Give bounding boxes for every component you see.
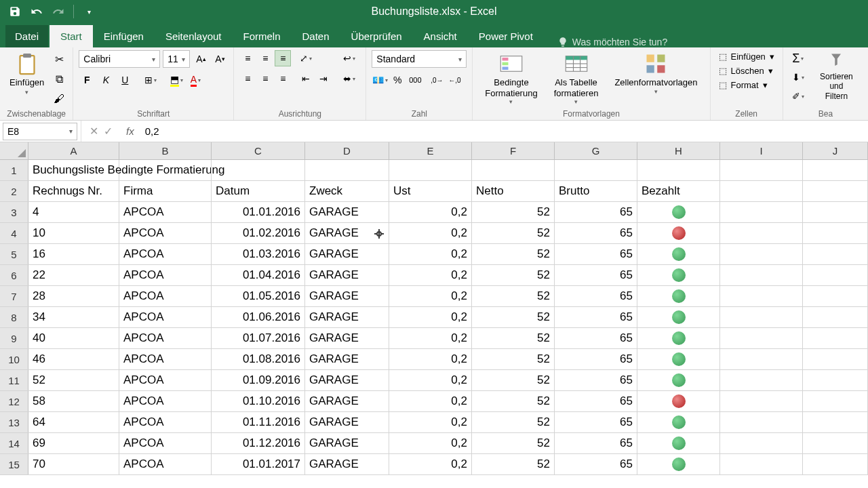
tab-insert[interactable]: Einfügen: [93, 25, 155, 47]
tab-page-layout[interactable]: Seitenlayout: [155, 25, 233, 47]
cell[interactable]: 65: [555, 307, 637, 327]
row-header[interactable]: 5: [0, 244, 28, 264]
format-painter-icon[interactable]: 🖌: [51, 91, 67, 107]
cell[interactable]: [803, 412, 868, 432]
align-left-icon[interactable]: ≡: [239, 70, 256, 87]
delete-cells-button[interactable]: ⬚Löschen ▾: [716, 64, 777, 77]
cell[interactable]: APCOA: [119, 307, 212, 327]
cell[interactable]: 52: [28, 370, 119, 390]
cell[interactable]: Ust: [389, 181, 472, 201]
cell[interactable]: Brutto: [555, 181, 637, 201]
qat-customize-icon[interactable]: ▾: [79, 2, 98, 21]
formula-input[interactable]: 0,2: [140, 125, 868, 137]
cell[interactable]: [803, 244, 868, 264]
cell[interactable]: 65: [555, 244, 637, 264]
cancel-formula-icon[interactable]: ✕: [90, 125, 98, 138]
cell[interactable]: 65: [555, 433, 637, 453]
insert-cells-button[interactable]: ⬚Einfügen ▾: [716, 50, 777, 63]
tab-powerpivot[interactable]: Power Pivot: [468, 25, 544, 47]
accept-formula-icon[interactable]: ✓: [104, 125, 113, 138]
fill-color-icon[interactable]: ⬒: [168, 72, 184, 88]
row-header[interactable]: 13: [0, 412, 28, 432]
cell[interactable]: [305, 160, 389, 180]
cell[interactable]: [720, 370, 803, 390]
cell[interactable]: 01.09.2016: [212, 370, 305, 390]
cell[interactable]: 01.06.2016: [212, 307, 305, 327]
tab-review[interactable]: Überprüfen: [340, 25, 413, 47]
cell[interactable]: 01.07.2016: [212, 328, 305, 348]
cell[interactable]: [637, 370, 720, 390]
align-bottom-icon[interactable]: ≡: [275, 50, 291, 66]
cell[interactable]: 52: [472, 370, 555, 390]
cell[interactable]: [212, 160, 305, 180]
bold-button[interactable]: F: [79, 72, 95, 88]
cell[interactable]: APCOA: [119, 412, 212, 432]
cell[interactable]: 65: [555, 349, 637, 369]
row-header[interactable]: 10: [0, 349, 28, 369]
cell[interactable]: 0,2: [389, 328, 472, 348]
cell[interactable]: 64: [28, 412, 119, 432]
row-header[interactable]: 11: [0, 370, 28, 390]
cell[interactable]: 52: [472, 223, 555, 243]
conditional-formatting-button[interactable]: Bedingte Formatierung ▾: [478, 50, 544, 108]
cell[interactable]: [720, 265, 803, 285]
cell[interactable]: APCOA: [119, 391, 212, 411]
tab-formulas[interactable]: Formeln: [233, 25, 292, 47]
cell[interactable]: [720, 391, 803, 411]
increase-font-icon[interactable]: A▴: [193, 51, 209, 67]
wrap-text-icon[interactable]: ↩: [338, 50, 360, 66]
cell[interactable]: GARAGE: [305, 244, 389, 264]
cell[interactable]: [720, 160, 803, 180]
cell[interactable]: [720, 286, 803, 306]
cell[interactable]: [637, 286, 720, 306]
cell[interactable]: 28: [28, 286, 119, 306]
row-header[interactable]: 7: [0, 286, 28, 306]
col-header-F[interactable]: F: [472, 142, 555, 159]
cell[interactable]: [720, 412, 803, 432]
cell[interactable]: 0,2: [389, 433, 472, 453]
cell[interactable]: [720, 202, 803, 222]
cell[interactable]: [637, 244, 720, 264]
cell[interactable]: [803, 307, 868, 327]
cell[interactable]: [637, 454, 720, 474]
orientation-icon[interactable]: ⤢: [298, 50, 314, 66]
redo-icon[interactable]: [49, 2, 68, 21]
row-header[interactable]: 6: [0, 265, 28, 285]
cell[interactable]: APCOA: [119, 328, 212, 348]
cell[interactable]: Datum: [212, 181, 305, 201]
cell[interactable]: 52: [472, 328, 555, 348]
tab-start[interactable]: Start: [50, 25, 93, 47]
cell[interactable]: APCOA: [119, 202, 212, 222]
row-header[interactable]: 14: [0, 433, 28, 453]
select-all-corner[interactable]: [0, 142, 28, 159]
tab-view[interactable]: Ansicht: [413, 25, 468, 47]
row-header[interactable]: 12: [0, 391, 28, 411]
cell[interactable]: [637, 328, 720, 348]
cell[interactable]: GARAGE: [305, 433, 389, 453]
cell[interactable]: [720, 349, 803, 369]
borders-icon[interactable]: ⊞: [142, 72, 159, 88]
cell[interactable]: 52: [472, 244, 555, 264]
underline-button[interactable]: U: [117, 72, 133, 88]
cell[interactable]: [637, 307, 720, 327]
cell[interactable]: 65: [555, 286, 637, 306]
cell[interactable]: 65: [555, 391, 637, 411]
cell[interactable]: [803, 160, 868, 180]
format-cells-button[interactable]: ⬚Format ▾: [716, 79, 777, 92]
increase-decimal-icon[interactable]: ,0→: [429, 72, 445, 88]
cell[interactable]: [803, 370, 868, 390]
cell[interactable]: 52: [472, 412, 555, 432]
fill-icon[interactable]: ⬇: [789, 69, 808, 85]
font-name-combo[interactable]: Calibri: [79, 50, 160, 68]
cell[interactable]: [803, 454, 868, 474]
cell[interactable]: 40: [28, 328, 119, 348]
row-header[interactable]: 4: [0, 223, 28, 243]
cell[interactable]: 16: [28, 244, 119, 264]
cell-styles-button[interactable]: Zellenformatvorlagen ▾: [608, 50, 704, 108]
decrease-indent-icon[interactable]: ⇤: [298, 70, 314, 87]
cell[interactable]: [119, 160, 212, 180]
cell[interactable]: APCOA: [119, 433, 212, 453]
cell[interactable]: [637, 349, 720, 369]
cell[interactable]: 52: [472, 265, 555, 285]
cell[interactable]: GARAGE: [305, 349, 389, 369]
